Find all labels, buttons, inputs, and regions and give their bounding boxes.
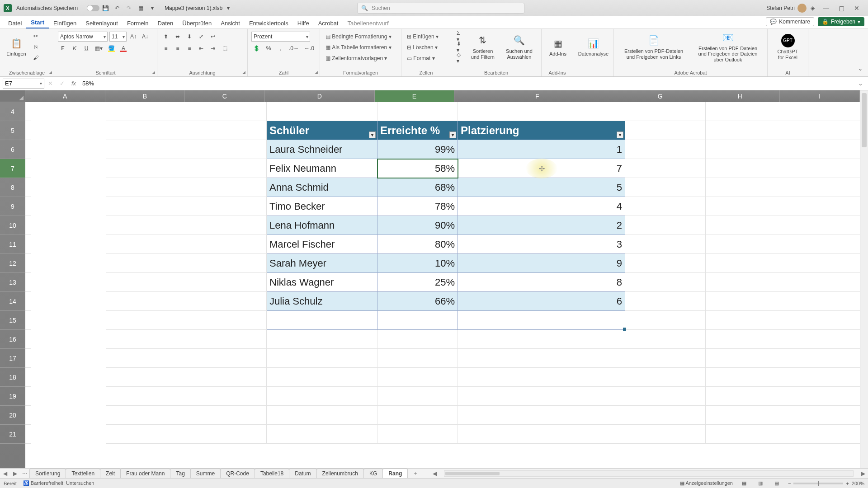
column-header-H[interactable]: H <box>700 90 780 102</box>
addins-button[interactable]: ▦Add-Ins <box>545 31 571 63</box>
zoom-slider[interactable] <box>793 483 843 484</box>
cell[interactable] <box>25 292 31 311</box>
cell[interactable] <box>625 235 706 254</box>
percent-button[interactable]: % <box>264 43 274 53</box>
cell[interactable] <box>458 368 625 387</box>
camera-icon[interactable]: ▦ <box>137 5 145 11</box>
cell[interactable]: 58% <box>377 159 458 178</box>
sheet-tab-tag[interactable]: Tag <box>170 469 190 478</box>
cell[interactable] <box>186 216 267 235</box>
cell[interactable] <box>458 425 625 444</box>
cell[interactable]: 7 <box>458 159 625 178</box>
font-name-select[interactable]: Aptos Narrow <box>58 32 108 42</box>
cell[interactable] <box>786 216 867 235</box>
cell[interactable] <box>25 235 31 254</box>
cell[interactable] <box>186 425 267 444</box>
cell[interactable] <box>706 178 786 197</box>
filter-button[interactable]: ▾ <box>449 131 456 138</box>
column-header-I[interactable]: I <box>780 90 860 102</box>
cell[interactable] <box>186 235 267 254</box>
cell[interactable]: 9 <box>458 254 625 273</box>
cell[interactable] <box>786 368 867 387</box>
cell[interactable] <box>625 178 706 197</box>
row-header-20[interactable]: 20 <box>0 406 25 425</box>
cell[interactable]: Platzierung▾ <box>458 121 625 140</box>
cell[interactable] <box>625 254 706 273</box>
cell[interactable]: Felix Neumann <box>267 159 377 178</box>
cell[interactable] <box>267 368 377 387</box>
row-header-19[interactable]: 19 <box>0 387 25 406</box>
sheet-tab-summe[interactable]: Summe <box>190 469 221 478</box>
sheet-tab-kg[interactable]: KG <box>363 469 383 478</box>
cell[interactable] <box>625 292 706 311</box>
horizontal-scrollbar[interactable] <box>444 470 854 477</box>
fx-button[interactable]: fx <box>69 80 79 87</box>
zoom-in-button[interactable]: + <box>846 481 849 486</box>
cell[interactable]: 8 <box>458 273 625 292</box>
align-top-button[interactable]: ⬆ <box>161 32 171 42</box>
cell[interactable] <box>625 102 706 121</box>
cell[interactable] <box>625 425 706 444</box>
sheet-tab-sortierung[interactable]: Sortierung <box>29 469 66 478</box>
cell[interactable] <box>106 349 186 368</box>
increase-font-button[interactable]: A↑ <box>128 32 138 42</box>
cell[interactable] <box>267 311 377 330</box>
cancel-formula-button[interactable]: ✕ <box>45 80 55 87</box>
cell[interactable]: Julia Schulz <box>267 292 377 311</box>
align-right-button[interactable]: ≡ <box>184 43 194 53</box>
cut-button[interactable]: ✂ <box>31 31 41 41</box>
cell[interactable] <box>267 425 377 444</box>
cell[interactable] <box>25 387 31 406</box>
select-all-button[interactable] <box>0 90 25 102</box>
decrease-font-button[interactable]: A↓ <box>140 32 150 42</box>
sheet-nav-next[interactable]: ▶ <box>10 470 20 477</box>
cell[interactable] <box>786 102 867 121</box>
cell[interactable] <box>625 387 706 406</box>
cell[interactable]: Erreichte %▾ <box>377 121 458 140</box>
cell[interactable]: Laura Schneider <box>267 140 377 159</box>
cell[interactable] <box>25 349 31 368</box>
cell[interactable] <box>786 159 867 178</box>
cell[interactable] <box>377 387 458 406</box>
zoom-level[interactable]: 200% <box>852 481 864 486</box>
tab-einfügen[interactable]: Einfügen <box>49 18 81 28</box>
cell[interactable]: 80% <box>377 235 458 254</box>
decrease-decimal-button[interactable]: ←.0 <box>302 43 316 53</box>
cell[interactable] <box>458 102 625 121</box>
cell[interactable] <box>458 330 625 349</box>
italic-button[interactable]: K <box>70 43 80 53</box>
pdf-share-outlook-button[interactable]: 📧Erstellen von PDF-Dateien und Freigeben… <box>692 30 764 65</box>
merge-button[interactable]: ⬚ <box>220 43 230 53</box>
conditional-formatting-button[interactable]: ▤ Bedingte Formatierung ▾ <box>324 32 397 42</box>
column-header-G[interactable]: G <box>620 90 700 102</box>
cell[interactable] <box>706 387 786 406</box>
cell[interactable] <box>25 178 31 197</box>
row-header-8[interactable]: 8 <box>0 178 25 197</box>
redo-icon[interactable]: ↷ <box>125 5 133 11</box>
undo-icon[interactable]: ↶ <box>113 5 121 11</box>
cell[interactable]: 78% <box>377 197 458 216</box>
cell[interactable] <box>706 254 786 273</box>
cell[interactable] <box>106 425 186 444</box>
filter-button[interactable]: ▾ <box>369 131 376 138</box>
cell[interactable]: Schüler▾ <box>267 121 377 140</box>
zoom-control[interactable]: − + 200% <box>788 481 864 486</box>
customize-qat-icon[interactable]: ▾ <box>148 5 156 11</box>
cell[interactable] <box>186 159 267 178</box>
cell[interactable] <box>25 159 31 178</box>
find-select-button[interactable]: 🔍Suchen und Auswählen <box>501 33 538 61</box>
row-header-5[interactable]: 5 <box>0 121 25 140</box>
cell[interactable] <box>25 368 31 387</box>
cell[interactable] <box>625 216 706 235</box>
row-header-21[interactable]: 21 <box>0 425 25 444</box>
tab-tabellenentwurf[interactable]: Tabellenentwurf <box>343 18 393 28</box>
cell[interactable] <box>25 330 31 349</box>
cell[interactable] <box>706 140 786 159</box>
user-account[interactable]: Stefan Petri <box>766 4 807 13</box>
hscroll-right[interactable]: ▶ <box>858 470 868 477</box>
sheet-nav-prev[interactable]: ◀ <box>0 470 10 477</box>
accessibility-status[interactable]: ♿ Barrierefreiheit: Untersuchen <box>23 480 94 486</box>
row-header-17[interactable]: 17 <box>0 349 25 368</box>
cell[interactable] <box>25 254 31 273</box>
cell[interactable] <box>25 311 31 330</box>
